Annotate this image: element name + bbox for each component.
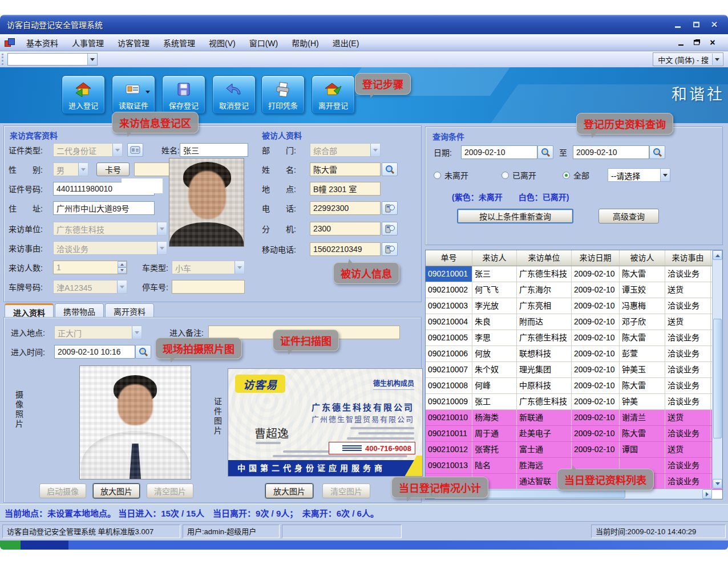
read-idcard-icon-button[interactable] [127, 143, 143, 157]
visitee-name-input[interactable] [310, 162, 381, 176]
table-cell[interactable]: 钟美玉 [620, 362, 665, 377]
table-cell[interactable]: 洽谈业务 [665, 426, 711, 441]
table-cell[interactable]: 2009-02-10 [572, 298, 620, 314]
menu-item-system[interactable]: 系统管理 [156, 35, 202, 51]
date-to-input[interactable] [573, 145, 649, 159]
table-cell[interactable]: 何放 [472, 346, 517, 361]
table-cell[interactable]: 送货 [665, 410, 711, 425]
table-cell[interactable]: 广东海尔 [517, 282, 572, 298]
menu-item-visitor[interactable]: 访客管理 [111, 35, 156, 51]
table-cell[interactable]: 谭国 [620, 442, 665, 457]
table-cell[interactable]: 2009-02-10 [572, 330, 620, 345]
table-cell[interactable]: 张工 [472, 394, 517, 409]
table-cell[interactable]: 朱良 [472, 314, 517, 330]
table-cell[interactable]: 2009-02-10 [572, 410, 620, 425]
save-register-button[interactable]: 保存登记 [162, 75, 205, 114]
table-cell[interactable]: 送货 [665, 442, 711, 457]
radio-all[interactable] [563, 172, 570, 179]
column-header[interactable]: 来访日期 [572, 250, 620, 266]
table-cell[interactable]: 2009-02-10 [572, 314, 620, 330]
table-cell[interactable]: 090210012 [426, 442, 472, 457]
table-cell[interactable]: 090210011 [426, 426, 472, 441]
address-input[interactable] [53, 201, 155, 215]
visitee-ext-input[interactable] [310, 222, 381, 235]
parking-no-input[interactable] [172, 280, 245, 294]
scroll-right-icon[interactable] [702, 489, 712, 499]
column-header[interactable]: 来访单位 [517, 250, 572, 266]
read-card-button[interactable]: 读取证件 [112, 75, 155, 114]
table-row[interactable]: 090210009张工广东德生科技2009-02-10钟美洽谈业务 [426, 394, 722, 410]
table-cell[interactable]: 2009-02-10 [572, 426, 620, 441]
date-picker-icon-button[interactable] [649, 145, 665, 159]
table-cell[interactable]: 广东亮相 [517, 298, 572, 314]
table-cell[interactable]: 广东德生科技 [517, 394, 572, 409]
table-cell[interactable]: 冯惠梅 [620, 298, 665, 314]
table-cell[interactable]: 洽谈业务 [665, 458, 711, 473]
mdi-minimize-icon[interactable] [676, 38, 686, 47]
table-cell[interactable]: 彭萱 [620, 346, 665, 361]
cert-type-combobox[interactable]: 二代身份证 [53, 143, 123, 157]
table-row[interactable]: 090210001张三广东德生科技2009-02-10陈大雷洽谈业务 [426, 266, 722, 282]
vehicle-type-combobox[interactable]: 小车 [172, 261, 245, 274]
time-picker-icon-button[interactable] [135, 345, 151, 359]
table-cell[interactable]: 洽谈业务 [665, 346, 711, 361]
table-cell[interactable]: 朱个奴 [472, 362, 517, 377]
enter-register-button[interactable]: 进入登记 [62, 75, 105, 114]
menu-item-help[interactable]: 帮助(H) [285, 35, 325, 51]
table-cell[interactable]: 2009-02-10 [572, 394, 620, 409]
table-cell[interactable]: 陈大雷 [620, 330, 665, 345]
table-cell[interactable]: 张寄托 [472, 442, 517, 457]
menu-item-window[interactable]: 窗口(W) [242, 35, 285, 51]
table-cell[interactable]: 杨海类 [472, 410, 517, 425]
visitor-count-stepper[interactable] [53, 261, 127, 274]
table-cell[interactable]: 何飞飞 [472, 282, 517, 298]
table-row[interactable]: 090210004朱良附而达2009-02-10邓子欣送货 [426, 314, 722, 330]
spinner-arrows-icon[interactable] [118, 261, 127, 274]
table-cell[interactable]: 邓子欣 [620, 314, 665, 330]
table-cell[interactable]: 洽谈业务 [665, 474, 711, 489]
chevron-down-icon[interactable] [712, 54, 722, 65]
table-row[interactable]: 090210012张寄托富士通2009-02-10谭国送货 [426, 442, 722, 458]
table-cell[interactable]: 钟美 [620, 394, 665, 409]
table-cell[interactable]: 李思 [472, 330, 517, 345]
table-cell[interactable]: 陈大雷 [620, 266, 665, 282]
table-cell[interactable]: 2009-02-10 [572, 362, 620, 377]
menu-item-basic[interactable]: 基本资料 [19, 35, 65, 51]
card-number-button[interactable]: 卡号 [96, 162, 130, 176]
plate-number-combobox[interactable]: 津A12345 [53, 280, 127, 294]
table-cell[interactable]: 090210005 [426, 330, 472, 345]
dept-combobox[interactable]: 综合部 [310, 143, 381, 157]
visit-location-input[interactable] [310, 182, 381, 196]
dial-phone-icon-button[interactable] [382, 201, 398, 215]
entry-place-combobox[interactable]: 正大门 [54, 326, 142, 339]
table-cell[interactable]: 广东德生科技 [517, 266, 572, 282]
dial-phone-icon-button[interactable] [382, 242, 398, 256]
table-cell[interactable]: 赴美电子 [517, 426, 572, 441]
table-cell[interactable]: 陈大雷 [620, 426, 665, 441]
table-cell[interactable]: 090210003 [426, 298, 472, 314]
table-cell[interactable]: 洽谈业务 [665, 266, 711, 282]
visitee-phone-input[interactable] [310, 201, 381, 215]
print-receipt-button[interactable]: 打印凭条 [261, 75, 305, 114]
table-row[interactable]: 090210010杨海类新联通2009-02-10谢清兰送货 [426, 410, 722, 426]
entry-time-input[interactable] [54, 345, 135, 359]
language-bar[interactable]: 中文 (简体) - 搜 [653, 52, 723, 66]
column-header[interactable]: 单号 [426, 250, 472, 266]
table-cell[interactable]: 2009-02-10 [572, 266, 620, 282]
table-cell[interactable]: 中原科技 [517, 378, 572, 393]
table-row[interactable]: 090210003李光放广东亮相2009-02-10冯惠梅洽谈业务 [426, 298, 722, 314]
start-camera-button[interactable]: 启动摄像 [39, 483, 86, 498]
date-from-input[interactable] [461, 145, 537, 159]
table-cell[interactable]: 090210008 [426, 378, 472, 393]
table-cell[interactable]: 张三 [472, 266, 517, 282]
table-cell[interactable]: 090210006 [426, 346, 472, 361]
zoom-photo-button[interactable]: 放大图片 [93, 483, 140, 498]
quick-search-combobox[interactable] [7, 53, 98, 66]
search-person-icon-button[interactable] [382, 162, 398, 176]
table-cell[interactable]: 洽谈业务 [665, 378, 711, 393]
table-cell[interactable]: 送货 [665, 314, 711, 330]
menu-item-hr[interactable]: 人事管理 [65, 35, 111, 51]
table-cell[interactable]: 090210009 [426, 394, 472, 409]
table-cell[interactable]: 联想科技 [517, 346, 572, 361]
table-cell[interactable]: 理光集团 [517, 362, 572, 377]
